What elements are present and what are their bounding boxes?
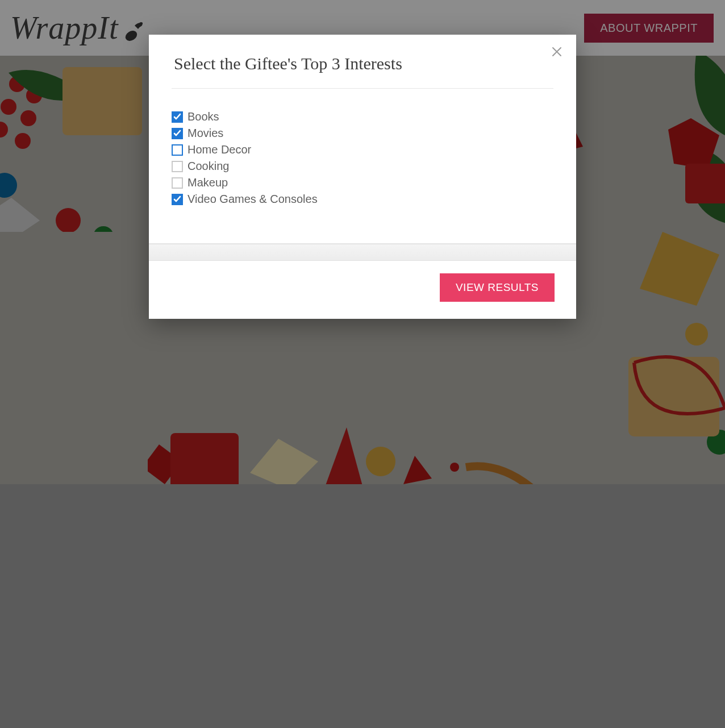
interest-label: Home Decor — [188, 143, 251, 156]
interest-label: Movies — [188, 127, 223, 140]
close-icon[interactable] — [550, 45, 564, 59]
interest-row[interactable]: Makeup — [172, 176, 553, 189]
interest-checkbox[interactable] — [172, 161, 183, 172]
interest-checkbox[interactable] — [172, 128, 183, 139]
interest-checkbox[interactable] — [172, 177, 183, 189]
interest-row[interactable]: Video Games & Consoles — [172, 193, 553, 206]
interest-label: Books — [188, 110, 219, 123]
view-results-button[interactable]: VIEW RESULTS — [440, 273, 555, 302]
interest-row[interactable]: Home Decor — [172, 143, 553, 156]
modal-footer: VIEW RESULTS — [149, 261, 576, 319]
interest-label: Makeup — [188, 176, 228, 189]
interest-row[interactable]: Movies — [172, 127, 553, 140]
interest-checkbox[interactable] — [172, 144, 183, 156]
divider — [172, 88, 553, 89]
interest-checkbox[interactable] — [172, 111, 183, 123]
interests-list: BooksMoviesHome DecorCookingMakeupVideo … — [149, 98, 576, 243]
modal-shade — [149, 244, 576, 261]
interest-label: Video Games & Consoles — [188, 193, 318, 206]
interest-checkbox[interactable] — [172, 194, 183, 205]
modal-header: Select the Giftee's Top 3 Interests — [149, 35, 576, 98]
modal-title: Select the Giftee's Top 3 Interests — [174, 54, 553, 73]
interest-label: Cooking — [188, 160, 229, 173]
interest-row[interactable]: Books — [172, 110, 553, 123]
interests-modal: Select the Giftee's Top 3 Interests Book… — [149, 35, 576, 319]
interest-row[interactable]: Cooking — [172, 160, 553, 173]
